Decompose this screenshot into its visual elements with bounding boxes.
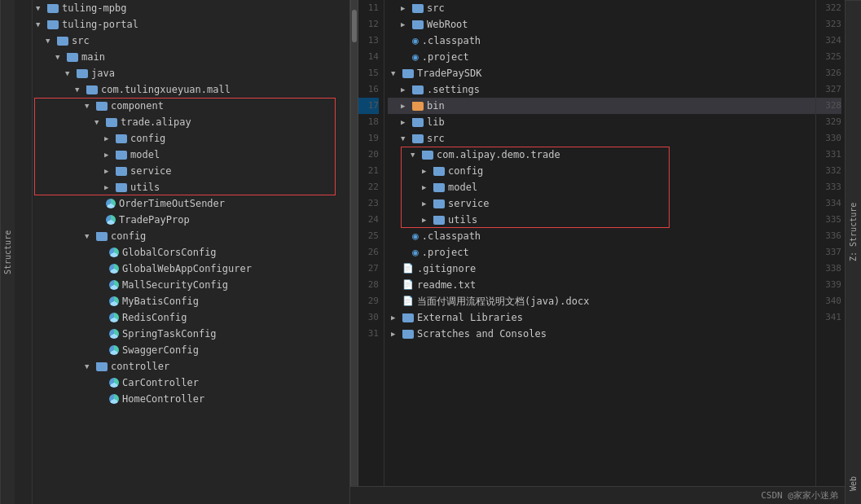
right-tree-src[interactable]: ▶ src	[388, 0, 815, 16]
tree-item-order-sender[interactable]: OrderTimeOutSender	[33, 195, 349, 212]
tree-item-model-1[interactable]: ▶ model	[33, 147, 349, 163]
label-com-tuling: com.tulingxueyuan.mall	[101, 81, 231, 98]
label-trade-alipay: trade.alipay	[121, 114, 191, 130]
tree-item-trade-alipay[interactable]: ▼ trade.alipay	[33, 114, 349, 130]
right-tree-project-2[interactable]: ◉ .project	[388, 244, 815, 261]
left-line-numbers	[15, 0, 33, 504]
tree-item-config-folder[interactable]: ▼ config	[33, 228, 349, 244]
label-mybatis: MyBatisConfig	[122, 293, 199, 309]
label-config-folder: config	[111, 228, 146, 244]
label-component: component	[111, 98, 164, 114]
label-global-cors: GlobalCorsConfig	[122, 244, 217, 261]
label-tuling-mpbg: tuling-mpbg	[62, 0, 126, 16]
right-tree-config[interactable]: ▶ config	[388, 163, 815, 179]
right-tree-classpath-2[interactable]: ◉ .classpath	[388, 228, 815, 244]
label-src: src	[72, 33, 90, 49]
right-tree-lib[interactable]: ▶ lib	[388, 114, 815, 130]
label-order-sender: OrderTimeOutSender	[119, 195, 225, 212]
label-service-1: service	[130, 163, 172, 179]
tree-item-tuling-mpbg[interactable]: ▼ tuling-mpbg	[33, 0, 349, 16]
label-car-controller: CarController	[122, 375, 199, 391]
left-structure-label: Structure	[0, 0, 15, 504]
right-tree-com-alipay[interactable]: ▼ com.alipay.demo.trade	[388, 147, 815, 163]
tree-item-trade-pay-prop[interactable]: TradePayProp	[33, 212, 349, 228]
tree-item-redis[interactable]: RedisConfig	[33, 309, 349, 326]
label-swagger: SwaggerConfig	[122, 342, 199, 358]
right-side-labels: Z: Structure Web	[845, 0, 861, 504]
tree-item-car-controller[interactable]: CarController	[33, 375, 349, 391]
tree-item-mybatis[interactable]: MyBatisConfig	[33, 293, 349, 309]
right-tree-docx[interactable]: 📄 当面付调用流程说明文档(java).docx	[388, 293, 815, 309]
status-bar: CSDN @家家小迷弟	[350, 486, 845, 504]
right-tree-classpath-1[interactable]: ◉ .classpath	[388, 33, 815, 49]
web-label: Web	[846, 463, 861, 504]
label-global-webapp: GlobalWebAppConfigurer	[122, 261, 252, 277]
tree-item-component[interactable]: ▼ component	[33, 98, 349, 114]
right-tree-ext-libs[interactable]: ▶ External Libraries	[388, 309, 815, 326]
tree-item-com-tuling[interactable]: ▼ com.tulingxueyuan.mall	[33, 81, 349, 98]
right-tree-service[interactable]: ▶ service	[388, 195, 815, 212]
tree-item-swagger[interactable]: SwaggerConfig	[33, 342, 349, 358]
tree-item-tuling-portal[interactable]: ▼ tuling-portal	[33, 16, 349, 33]
label-main: main	[81, 49, 105, 65]
right-tree-scratches[interactable]: ▶ Scratches and Consoles	[388, 326, 815, 342]
z-structure-label: Z: Structure	[846, 0, 861, 463]
tree-item-global-cors[interactable]: GlobalCorsConfig	[33, 244, 349, 261]
tree-item-java[interactable]: ▼ java	[33, 65, 349, 81]
tree-item-controller[interactable]: ▼ controller	[33, 358, 349, 375]
tree-item-src[interactable]: ▼ src	[33, 33, 349, 49]
right-tree-project-1[interactable]: ◉ .project	[388, 49, 815, 65]
tree-item-spring-task[interactable]: SpringTaskConfig	[33, 326, 349, 342]
right-tree-readme[interactable]: 📄 readme.txt	[388, 277, 815, 293]
right-tree-tradeSDK[interactable]: ▼ TradePaySDK	[388, 65, 815, 81]
right-tree-settings[interactable]: ▶ .settings	[388, 81, 815, 98]
tree-item-home-controller[interactable]: HomeController	[33, 391, 349, 407]
left-tree: ▼ tuling-mpbg ▼ tuling-portal ▼ src	[33, 0, 349, 504]
right-tree: ▶ src ▶ WebRoot ◉ .classpath	[384, 0, 815, 504]
tree-item-main[interactable]: ▼ main	[33, 49, 349, 65]
tree-item-mall-security[interactable]: MallSecurityConfig	[33, 277, 349, 293]
right-panel: 11 12 13 14 15 16 17 18 19 20 21 22 23 2…	[358, 0, 861, 504]
tree-item-global-webapp[interactable]: GlobalWebAppConfigurer	[33, 261, 349, 277]
right-line-numbers: 11 12 13 14 15 16 17 18 19 20 21 22 23 2…	[358, 0, 384, 504]
tree-item-utils-1[interactable]: ▶ utils	[33, 179, 349, 195]
label-model-1: model	[130, 147, 160, 163]
tree-item-config-1[interactable]: ▶ config	[33, 130, 349, 147]
vertical-scrollbar[interactable]	[350, 0, 358, 504]
right-tree-model[interactable]: ▶ model	[388, 179, 815, 195]
label-redis: RedisConfig	[122, 309, 187, 326]
label-controller: controller	[111, 358, 169, 375]
right-tree-src2[interactable]: ▼ src	[388, 130, 815, 147]
label-tuling-portal: tuling-portal	[62, 16, 138, 33]
label-java: java	[91, 65, 115, 81]
label-config-1: config	[130, 130, 165, 147]
label-spring-task: SpringTaskConfig	[122, 326, 217, 342]
label-utils-1: utils	[130, 179, 160, 195]
right-tree-bin[interactable]: ▶ bin	[388, 98, 815, 114]
label-trade-pay-prop: TradePayProp	[119, 212, 190, 228]
status-text: CSDN @家家小迷弟	[761, 489, 838, 502]
tree-item-service-1[interactable]: ▶ service	[33, 163, 349, 179]
label-mall-security: MallSecurityConfig	[122, 277, 228, 293]
right-tree-gitignore[interactable]: 📄 .gitignore	[388, 261, 815, 277]
right-tree-utils[interactable]: ▶ utils	[388, 212, 815, 228]
label-home-controller: HomeController	[122, 391, 204, 407]
left-panel: Structure	[0, 0, 350, 504]
right-tree-webroot[interactable]: ▶ WebRoot	[388, 16, 815, 33]
right-side-numbers: 322 323 324 325 326 327 328 329 330 331 …	[815, 0, 845, 504]
